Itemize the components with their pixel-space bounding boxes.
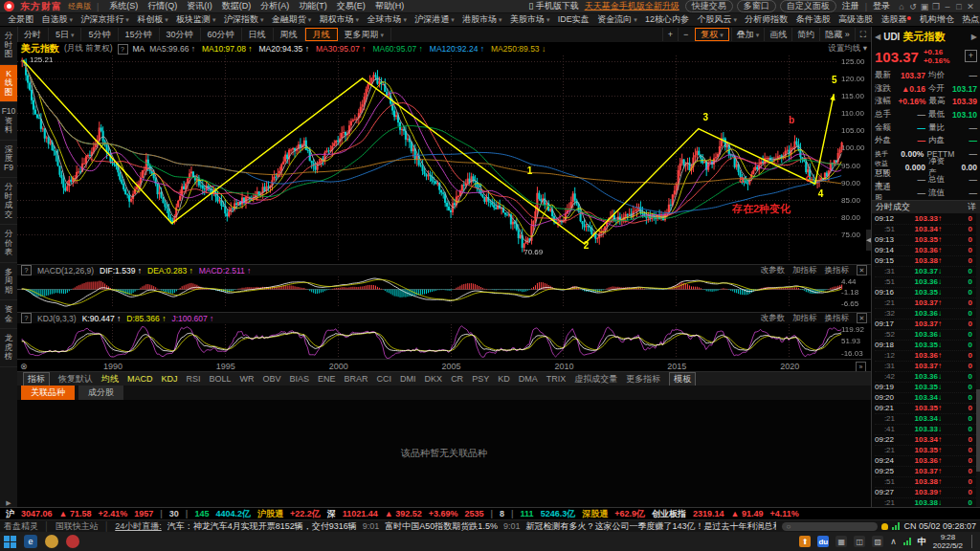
nav-item-板块监测[interactable]: 板块监测 ▾	[172, 13, 220, 26]
indicator-tab-MACD[interactable]: MACD	[127, 374, 153, 384]
indicator-tab-ENE[interactable]: ENE	[318, 374, 336, 384]
sidebar-item-分时图[interactable]: 分时图	[0, 27, 17, 65]
macd-link-加指标[interactable]: 加指标	[792, 265, 817, 276]
indicator-tab-更多指标[interactable]: 更多指标	[626, 373, 660, 386]
nav-item-12核心内参[interactable]: 12核心内参	[641, 13, 693, 26]
indicator-tab-CCI[interactable]: CCI	[377, 374, 392, 384]
ma-settings-button[interactable]: 设置均线 ▾	[828, 43, 867, 55]
sidebar-item-分时成交[interactable]: 分时成交	[0, 178, 17, 225]
prev-symbol-button[interactable]: ◀	[875, 33, 880, 41]
news-item[interactable]: 国联快主站	[56, 520, 99, 533]
news-item[interactable]: 看盘精灵	[4, 520, 38, 533]
menu-item[interactable]: 分析(A)	[256, 0, 294, 12]
toolbar-pill-button[interactable]: 多窗口	[737, 0, 776, 12]
news-item[interactable]: │	[44, 521, 50, 531]
nav-item-港股市场[interactable]: 港股市场 ▾	[458, 13, 506, 26]
nav-item-沪深港通[interactable]: 沪深港通 ▾	[411, 13, 458, 26]
sidebar-item-F10资料[interactable]: F10资料	[0, 102, 17, 141]
tick-row[interactable]: :21103.34↓0	[875, 414, 978, 425]
toolbar-pill-button[interactable]: 自定义面板	[780, 0, 836, 12]
kdj-link-换指标[interactable]: 换指标	[825, 313, 850, 324]
tick-row[interactable]: :42103.36↓0	[875, 372, 978, 383]
chart-tool-+[interactable]: +	[662, 28, 678, 41]
nav-item-条件选股[interactable]: 条件选股	[792, 13, 835, 26]
chart-tool-⛶[interactable]: ⛶	[855, 28, 871, 41]
tick-row[interactable]: 09:24103.36↑0	[875, 456, 978, 467]
indicator-tab-BRAR[interactable]: BRAR	[345, 374, 368, 384]
indicator-tab-KDJ[interactable]: KDJ	[162, 374, 178, 384]
period-button-更多周期[interactable]: 更多周期 ▾	[338, 28, 391, 41]
next-symbol-button[interactable]: ▶	[971, 33, 977, 41]
tick-row[interactable]: :51103.36↓0	[875, 277, 978, 288]
indicator-tab-TRIX[interactable]: TRIX	[546, 374, 567, 384]
close-button[interactable]: ✕	[965, 2, 976, 11]
notification-center-button[interactable]	[971, 535, 976, 548]
period-button-60分钟[interactable]: 60分钟	[201, 28, 242, 41]
toolbar-pill-button[interactable]: 快捷交易	[685, 0, 733, 12]
tick-row[interactable]: :52103.36↓0	[875, 330, 978, 341]
menu-item[interactable]: 资讯(I)	[182, 0, 217, 12]
tick-row[interactable]: 09:14103.36↑0	[875, 246, 978, 256]
home-icon[interactable]: ⌂	[896, 2, 907, 11]
nav-item-高级选股[interactable]: 高级选股	[835, 13, 877, 26]
tick-row[interactable]: :21103.38↓0	[875, 498, 978, 507]
nav-item-科创板[interactable]: 科创板 ▾	[133, 13, 172, 26]
menu-item[interactable]: 系统(S)	[104, 0, 143, 12]
nav-item-全景图[interactable]: 全景图	[4, 13, 37, 26]
tick-row[interactable]: :32103.36↓0	[875, 309, 978, 320]
app-icon[interactable]	[66, 535, 79, 548]
macd-canvas[interactable]	[17, 276, 871, 308]
tick-row[interactable]: 09:21103.35↑0	[875, 404, 978, 414]
start-button[interactable]	[4, 536, 16, 548]
sidebar-item-资金[interactable]: 资金	[0, 300, 17, 329]
nav-item-分析师指数[interactable]: 分析师指数	[741, 13, 791, 26]
tick-row[interactable]: :51103.38↑0	[875, 477, 978, 488]
period-button-30分钟[interactable]: 30分钟	[160, 28, 201, 41]
sidebar-item-K线图[interactable]: K线图	[0, 65, 17, 103]
indicator-tab-KD[interactable]: KD	[498, 374, 510, 384]
browser-icon[interactable]	[45, 535, 58, 548]
nav-item-期权市场[interactable]: 期权市场 ▾	[315, 13, 363, 26]
menu-item[interactable]: 功能(T)	[294, 0, 332, 12]
main-chart-canvas[interactable]	[17, 55, 871, 260]
tray-icon[interactable]: ▨	[872, 536, 883, 547]
period-button-日线[interactable]: 日线	[242, 28, 274, 41]
menu-item[interactable]: 行情(Q)	[143, 0, 182, 12]
menu-item[interactable]: 帮助(H)	[370, 0, 410, 12]
tick-row[interactable]: 09:13103.35↑0	[875, 235, 978, 246]
tick-row[interactable]: 09:17103.37↑0	[875, 320, 978, 330]
indicator-tab-均线[interactable]: 均线	[101, 373, 119, 386]
news-item[interactable]: 新冠检测有多火？这家公司一季度赚了143亿！是过去十年利润总和的1.5倍	[525, 520, 776, 533]
bell-icon[interactable]	[881, 523, 888, 530]
menu-item[interactable]: 交易(E)	[332, 0, 370, 12]
market-summary-bar[interactable]: 沪3047.06▲ 71.58+2.41%1957|30|1454404.2亿沪…	[0, 507, 980, 519]
tick-detail-link[interactable]: 详	[968, 201, 976, 213]
macd-link-改参数[interactable]: 改参数	[761, 265, 786, 276]
indicator-tab-DMA[interactable]: DMA	[519, 374, 538, 384]
tick-row[interactable]: 09:16103.35↓0	[875, 288, 978, 298]
nav-item-自选股[interactable]: 自选股 ▾	[37, 13, 77, 26]
sidebar-item-龙虎榜[interactable]: 龙虎榜	[0, 329, 17, 367]
tick-row[interactable]: 09:20103.34↓0	[875, 393, 978, 404]
ime-indicator[interactable]: 中	[918, 536, 926, 548]
chart-tool-叠加[interactable]: 叠加 ▾	[731, 28, 764, 41]
nav-item-选股器[interactable]: 选股器	[877, 13, 915, 26]
period-button-15分钟[interactable]: 15分钟	[119, 28, 160, 41]
nav-item-全球市场[interactable]: 全球市场 ▾	[363, 13, 411, 26]
news-item[interactable]: 富时中国A50指数期货跌1.5%	[385, 520, 498, 533]
indicator-tab-DKX[interactable]: DKX	[425, 374, 443, 384]
tick-row[interactable]: :31103.37↓0	[875, 267, 978, 277]
multiwindow-icon[interactable]: ❐	[930, 2, 942, 11]
tick-row[interactable]: :21103.37↑0	[875, 298, 978, 309]
macd-link-换指标[interactable]: 换指标	[825, 265, 850, 276]
macd-close-icon[interactable]: ✕	[857, 265, 867, 276]
nav-item-沪深指数[interactable]: 沪深指数 ▾	[220, 13, 268, 26]
skin-icon[interactable]: ▣	[919, 2, 930, 11]
period-button-周线[interactable]: 周线	[274, 28, 305, 41]
period-button-5分钟[interactable]: 5分钟	[81, 28, 118, 41]
nav-item-机构增仓[interactable]: 机构增仓	[916, 13, 958, 26]
add-to-watchlist-button[interactable]: +	[965, 50, 977, 62]
tick-row[interactable]: 09:25103.37↑0	[875, 467, 978, 477]
minimize-button[interactable]: –	[942, 2, 953, 11]
nav-item-热点追击[interactable]: 热点追击	[958, 13, 980, 26]
